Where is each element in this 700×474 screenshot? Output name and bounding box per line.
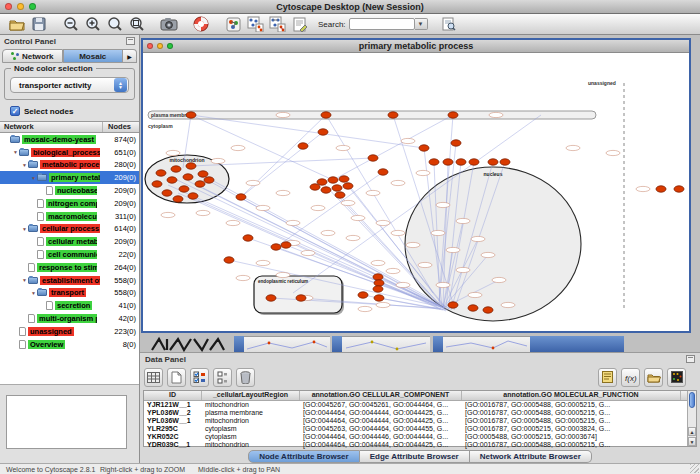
tree-item-nitrogen-compound[interactable]: nitrogen compound209(0) (0, 197, 139, 210)
new-attribute-icon[interactable] (167, 368, 186, 387)
network-node[interactable] (332, 185, 342, 191)
network-node[interactable] (335, 192, 345, 198)
network-node[interactable] (188, 193, 198, 199)
disclosure-triangle[interactable]: ▼ (21, 162, 28, 168)
disclosure-triangle[interactable]: ▼ (12, 149, 19, 155)
table-row[interactable]: YJR121W__1mitochondrion[GO:0045267, GO:0… (144, 401, 687, 409)
zoom-selected-region-icon[interactable] (126, 15, 148, 34)
search-input[interactable] (349, 18, 415, 30)
table-row[interactable]: YLR295Ccytoplasm[GO:0045263, GO:0044464,… (144, 425, 687, 433)
network-node[interactable] (171, 166, 181, 172)
disclosure-triangle[interactable]: ▼ (21, 277, 28, 283)
scrollbar-thumb[interactable] (689, 392, 695, 408)
background-window-fragment-5[interactable] (342, 336, 430, 352)
network-node[interactable] (266, 295, 276, 301)
network-node[interactable] (298, 143, 308, 149)
birdseye-view-panel[interactable] (6, 395, 127, 449)
background-window-fragment-4[interactable] (332, 336, 342, 352)
network-node[interactable] (321, 112, 331, 118)
background-window-fragment-6[interactable] (433, 336, 443, 352)
background-window-fragment-3[interactable] (244, 336, 330, 352)
formula-icon[interactable]: f(x) (621, 368, 640, 387)
import-attributes-icon[interactable] (644, 368, 663, 387)
column-header-1[interactable]: _cellularLayoutRegion (202, 391, 300, 400)
create-network-icon[interactable] (244, 15, 266, 34)
tree-item-establishment-of-loc[interactable]: ▼establishment of loc558(0) (0, 274, 139, 287)
notes-icon[interactable] (598, 368, 617, 387)
network-node[interactable] (374, 295, 384, 301)
network-view-titlebar[interactable]: primary metabolic process (143, 40, 689, 53)
tab-network-attribute-browser[interactable]: Network Attribute Browser (470, 450, 592, 463)
network-node[interactable] (373, 274, 383, 280)
disclosure-triangle[interactable]: ▼ (30, 290, 37, 296)
vizmapper-icon[interactable] (222, 15, 244, 34)
network-node[interactable] (167, 177, 177, 183)
table-row[interactable]: YPL036W__1mitochondrion[GO:0044464, GO:0… (144, 417, 687, 425)
tree-item-cell-communication[interactable]: cell communication22(0) (0, 248, 139, 261)
help-icon[interactable] (190, 15, 212, 34)
network-node[interactable] (368, 155, 378, 161)
node-color-select[interactable]: transporter activity ▲▼ (10, 77, 129, 93)
column-header-3[interactable]: annotation.GO MOLECULAR_FUNCTION (462, 391, 681, 400)
network-node[interactable] (374, 280, 384, 286)
delete-attribute-icon[interactable] (236, 368, 255, 387)
network-node[interactable] (296, 295, 306, 301)
network-node[interactable] (419, 145, 429, 151)
network-node[interactable] (271, 244, 281, 250)
tree-item-response-to-stimulus[interactable]: response to stimulus264(0) (0, 261, 139, 274)
table-scrollbar[interactable]: ▲ ▼ (687, 391, 696, 446)
tree-item-nucleobase-cont[interactable]: nucleobase-cont209(0) (0, 184, 139, 197)
network-node[interactable] (443, 159, 453, 165)
tab-edge-attribute-browser[interactable]: Edge Attribute Browser (360, 450, 470, 463)
tree-item-overview[interactable]: Overview8(0) (0, 338, 139, 351)
network-node[interactable] (173, 196, 183, 202)
search-dropdown-arrow[interactable]: ▼ (415, 18, 428, 30)
annotation-icon[interactable] (288, 15, 310, 34)
network-node[interactable] (488, 159, 498, 165)
network-node[interactable] (156, 170, 166, 176)
network-node[interactable] (339, 176, 349, 182)
search-options-icon[interactable] (438, 15, 460, 34)
network-node[interactable] (186, 163, 196, 169)
table-row[interactable]: YKR052Ccytoplasm[GO:0044464, GO:0044446,… (144, 433, 687, 441)
network-node[interactable] (310, 184, 320, 190)
background-window-fragment-7[interactable] (443, 336, 530, 352)
network-node[interactable] (656, 186, 666, 192)
save-icon[interactable] (28, 15, 50, 34)
network-node[interactable] (448, 112, 458, 118)
network-node[interactable] (468, 305, 478, 311)
create-view-icon[interactable] (266, 15, 288, 34)
column-header-2[interactable]: annotation.GO CELLULAR_COMPONENT (300, 391, 462, 400)
tree-item-cellular-metabolism[interactable]: cellular metabolism209(0) (0, 235, 139, 248)
scroll-down-arrow[interactable]: ▼ (688, 437, 696, 446)
network-node[interactable] (186, 112, 196, 118)
zoom-in-icon[interactable] (82, 15, 104, 34)
tab-node-attribute-browser[interactable]: Node Attribute Browser (248, 450, 360, 463)
network-node[interactable] (152, 181, 162, 187)
network-node[interactable] (378, 169, 388, 175)
network-node[interactable] (183, 174, 193, 180)
network-node[interactable] (451, 140, 461, 146)
tree-item-unassigned[interactable]: unassigned223(0) (0, 325, 139, 338)
scroll-up-arrow[interactable]: ▲ (688, 427, 696, 436)
select-nodes-checkbox[interactable]: ✓ (10, 106, 20, 116)
tree-item-cellular-process[interactable]: ▼cellular process614(0) (0, 223, 139, 236)
resize-grip[interactable] (690, 464, 699, 473)
network-node[interactable] (162, 190, 172, 196)
network-node[interactable] (500, 159, 510, 165)
network-node[interactable] (448, 302, 458, 308)
network-node[interactable] (456, 159, 466, 165)
tree-item-primary-metabolic-process[interactable]: ▼primary metabolic process209(0) (0, 171, 139, 184)
network-node[interactable] (224, 257, 234, 263)
open-icon[interactable] (6, 15, 28, 34)
more-tabs-arrow[interactable]: ▶ (123, 49, 137, 63)
network-node[interactable] (236, 194, 246, 200)
float-panel-icon[interactable] (126, 37, 135, 45)
select-attributes-icon[interactable] (190, 368, 209, 387)
disclosure-triangle[interactable]: ▼ (30, 175, 37, 181)
tree-item-macromolecule[interactable]: macromolecule311(0) (0, 210, 139, 223)
network-node[interactable] (317, 179, 327, 185)
tree-item-mosaic-demo-yeast[interactable]: mosaic-demo-yeast874(0) (0, 133, 139, 146)
network-node[interactable] (674, 186, 684, 192)
tree-item-secretion[interactable]: secretion41(0) (0, 299, 139, 312)
